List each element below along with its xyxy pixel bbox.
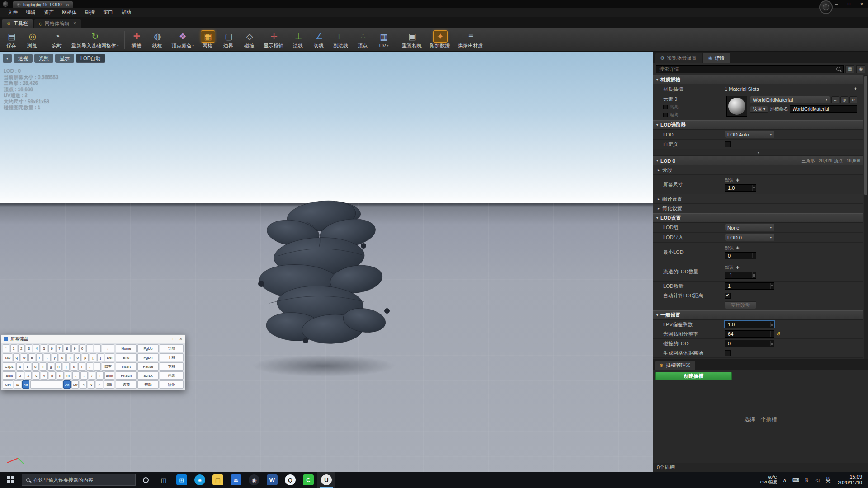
use-selected-asset-icon[interactable]: ←: [831, 96, 839, 103]
maximize-button[interactable]: □: [173, 337, 175, 341]
keyboard-key[interactable]: Shift: [104, 371, 114, 380]
keyboard-key[interactable]: `: [3, 344, 9, 352]
keyboard-key[interactable]: 回车: [102, 362, 114, 371]
viewport[interactable]: ▾透视光照显示LOD自动 LOD : 0当前屏幕大小 : 0.388553三角形…: [0, 52, 653, 472]
keyboard-key[interactable]: -: [86, 344, 93, 352]
menu-item-asset[interactable]: 资产: [40, 9, 58, 16]
keyboard-key[interactable]: l: [78, 362, 85, 371]
details-search-input[interactable]: [659, 66, 835, 72]
save-button[interactable]: ▤ 保存: [2, 29, 22, 50]
keyboard-key[interactable]: v: [41, 371, 48, 380]
bake-out-materials-button[interactable]: ≡ 烘焙出材质: [455, 29, 487, 50]
wireframe-toggle[interactable]: ◍ 线框: [148, 29, 168, 50]
display-filter-icon[interactable]: ◉: [856, 65, 865, 73]
menu-item-help[interactable]: 帮助: [117, 9, 135, 16]
custom-lod-checkbox[interactable]: [725, 141, 731, 147]
touch-keyboard-icon[interactable]: ⌨: [791, 477, 801, 483]
uv-toggle[interactable]: ▦ UV▾: [374, 29, 394, 50]
lod-auto-button[interactable]: LOD自动: [76, 54, 105, 63]
keyboard-titlebar[interactable]: 屏幕键盘 ─ □ ✕: [1, 335, 185, 343]
add-override-icon[interactable]: ✚: [736, 246, 740, 250]
taskbar-app-file-explorer[interactable]: ▤: [209, 472, 227, 488]
keyboard-key[interactable]: 3: [26, 344, 33, 352]
document-tab[interactable]: bagbigbig1k_LOD0 ✕: [13, 1, 73, 8]
clock[interactable]: 15:09 2020/11/10: [834, 472, 866, 488]
reset-camera-button[interactable]: ▣ 重置相机: [399, 29, 426, 50]
reimport-base-mesh-button[interactable]: ↻ 重新导入基础网格体▾: [68, 29, 122, 50]
keyboard-key[interactable]: End: [116, 353, 137, 361]
keyboard-key[interactable]: 帮助: [137, 380, 158, 389]
lpv-bias-text-field[interactable]: [728, 322, 770, 327]
vertices-toggle[interactable]: ∴ 顶点: [353, 29, 373, 50]
keyboard-key[interactable]: Insert: [116, 362, 137, 371]
keyboard-key[interactable]: ScrLk: [137, 371, 158, 380]
taskbar-app-unreal[interactable]: U: [317, 472, 335, 488]
tab-toolbar[interactable]: ⚙ 工具栏: [2, 19, 33, 28]
texture-dropdown[interactable]: 纹理 ▾: [750, 106, 768, 113]
keyboard-key[interactable]: ⊞: [14, 380, 21, 389]
grid-toggle[interactable]: ▦ 网格: [198, 29, 218, 50]
reset-material-icon[interactable]: ↺: [849, 96, 857, 103]
show-button[interactable]: 显示: [55, 54, 74, 63]
additional-data-toggle[interactable]: ✦ 附加数据: [427, 29, 454, 50]
keyboard-key[interactable]: [: [90, 353, 96, 361]
keyboard-key[interactable]: 9: [71, 344, 78, 352]
streamed-lods-input[interactable]: -1: [725, 272, 756, 279]
category-expander[interactable]: ▾: [653, 149, 863, 156]
spinner-grip[interactable]: [770, 341, 774, 346]
tray-chevron-up-icon[interactable]: ∧: [780, 477, 790, 483]
taskbar-app-photos[interactable]: ◉: [245, 472, 263, 488]
lightmap-resolution-input[interactable]: 64: [725, 330, 774, 338]
add-material-slot-icon[interactable]: ✚: [854, 87, 857, 91]
keyboard-key[interactable]: 7: [56, 344, 63, 352]
keyboard-key[interactable]: f: [40, 362, 47, 371]
sockets-toggle[interactable]: ✚ 插槽: [127, 29, 147, 50]
spinner-grip[interactable]: [770, 283, 774, 289]
screen-size-input[interactable]: 1.0: [725, 184, 756, 192]
keyboard-key[interactable]: 导航: [160, 344, 184, 352]
keyboard-key[interactable]: t: [44, 353, 51, 361]
reset-to-default-icon[interactable]: ↺: [776, 331, 780, 337]
perspective-button[interactable]: 透视: [14, 54, 33, 63]
scrollbar-thumb[interactable]: [864, 76, 867, 195]
browse-button[interactable]: ◎ 浏览: [23, 29, 42, 50]
keyboard-key[interactable]: .: [80, 371, 88, 380]
keyboard-key[interactable]: ←: [102, 344, 114, 352]
keyboard-key[interactable]: g: [47, 362, 54, 371]
keyboard-key[interactable]: Alt: [63, 380, 71, 389]
keyboard-key[interactable]: z: [17, 371, 24, 380]
keyboard-key[interactable]: ': [94, 362, 101, 371]
keyboard-key[interactable]: c: [33, 371, 40, 380]
keyboard-key[interactable]: q: [13, 353, 20, 361]
isolate-checkbox[interactable]: [663, 113, 668, 117]
keyboard-key[interactable]: [30, 380, 63, 389]
keyboard-key[interactable]: m: [65, 371, 72, 380]
cpu-temp-widget[interactable]: 60°C CPU温度: [758, 472, 780, 488]
keyboard-key[interactable]: PgDn: [137, 353, 158, 361]
cortana-button[interactable]: [137, 472, 155, 488]
keyboard-key[interactable]: j: [63, 362, 70, 371]
keyboard-key[interactable]: Del: [105, 353, 114, 361]
menu-item-collision[interactable]: 碰撞: [81, 9, 99, 16]
tab-socket-manager[interactable]: ⚙ 插槽管理器: [655, 361, 695, 370]
keyboard-key[interactable]: n: [57, 371, 64, 380]
keyboard-key[interactable]: =: [94, 344, 101, 352]
property-matrix-icon[interactable]: ▦: [845, 65, 854, 73]
lit-mode-button[interactable]: 光照: [34, 54, 53, 63]
details-scrollbar[interactable]: [864, 75, 868, 359]
keyboard-key[interactable]: ,: [72, 371, 80, 380]
distance-field-checkbox[interactable]: [725, 350, 731, 356]
volume-icon[interactable]: ◁: [812, 477, 822, 483]
material-thumbnail[interactable]: [726, 96, 747, 117]
keyboard-key[interactable]: PgUp: [137, 344, 158, 352]
keyboard-key[interactable]: PrtScn: [116, 371, 137, 380]
taskbar-app-word[interactable]: W: [263, 472, 281, 488]
keyboard-key[interactable]: ]: [97, 353, 104, 361]
spinner-grip[interactable]: [770, 331, 774, 337]
keyboard-key[interactable]: r: [36, 353, 43, 361]
close-button[interactable]: ✕: [179, 337, 183, 341]
lod-count-input[interactable]: 1: [725, 282, 774, 290]
keyboard-key[interactable]: Caps: [3, 362, 15, 371]
tab-close-icon[interactable]: ✕: [73, 21, 77, 26]
keyboard-key[interactable]: Pause: [137, 362, 158, 371]
